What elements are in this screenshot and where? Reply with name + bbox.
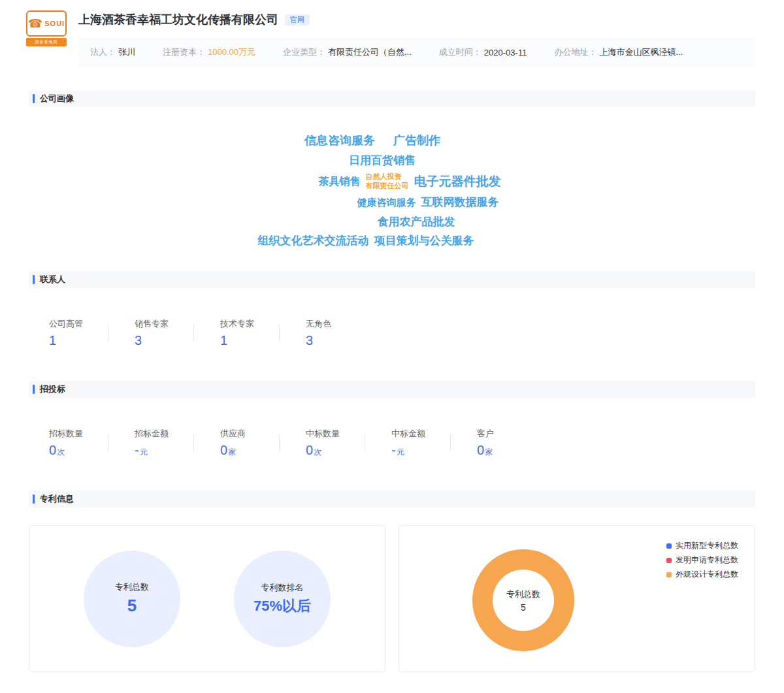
patent-donut-chart: 专利总数 5 [472, 549, 574, 651]
stat-value: 1 [220, 333, 279, 347]
cloud-word: 电子元器件批发 [414, 174, 501, 189]
stat-unit: 次 [314, 447, 321, 457]
stat-value: 3 [306, 333, 365, 347]
stat-value: 0次 [49, 443, 108, 457]
title-row: 上海酒茶香幸福工坊文化传播有限公司 官网 [78, 10, 755, 29]
legend-bullet [666, 543, 672, 549]
cloud-word: 自然人投资 [366, 172, 409, 182]
legend-label: 外观设计专利总数 [676, 569, 738, 580]
info-value: 2020-03-11 [484, 48, 527, 57]
stat-label: 技术专家 [220, 318, 279, 330]
stat-number: 0 [220, 443, 227, 457]
stat-value: -元 [135, 443, 193, 457]
stat-value: 0家 [220, 443, 279, 457]
legend-label: 实用新型专利总数 [676, 540, 738, 551]
logo-text: SOUI [44, 20, 65, 27]
info-item-company-type: 企业类型： 有限责任公司（自然... [283, 46, 412, 58]
cloud-line: 组织文化艺术交流活动 项目策划与公关服务 [0, 234, 758, 248]
patent-total-circle: 专利总数 5 [84, 551, 180, 647]
cloud-line: 茶具销售 自然人投资 有限责任公司 电子元器件批发 [18, 172, 784, 191]
section-accent [33, 385, 35, 394]
stat-divider [108, 325, 108, 342]
header-main: 上海酒茶香幸福工坊文化传播有限公司 官网 法人： 张川 注册资本： 1000.0… [78, 10, 755, 67]
stat-item-suppliers: 供应商 0家 [220, 428, 279, 457]
stat-item-customers: 客户 0家 [477, 428, 536, 457]
cloud-word: 互联网数据服务 [421, 195, 499, 209]
circle-label: 专利数排名 [261, 582, 304, 594]
info-label: 法人： [90, 46, 116, 58]
stat-number: 0 [306, 443, 313, 457]
section-contacts: 联系人 [29, 271, 755, 288]
info-item-office-address: 办公地址： 上海市金山区枫泾镇... [554, 46, 683, 58]
company-name: 上海酒茶香幸福工坊文化传播有限公司 [78, 12, 278, 27]
info-value: 有限责任公司（自然... [328, 46, 412, 58]
info-label: 成立时间： [439, 46, 482, 58]
info-item-registered-capital: 注册资本： 1000.00万元 [163, 46, 255, 58]
legend-item-invention[interactable]: 发明申请专利总数 [666, 555, 738, 566]
company-info-bar: 法人： 张川 注册资本： 1000.00万元 企业类型： 有限责任公司（自然..… [78, 38, 755, 67]
circle-value: 75%以后 [253, 596, 311, 616]
stat-unit: 次 [57, 447, 65, 457]
stat-divider [193, 434, 194, 451]
info-value: 上海市金山区枫泾镇... [599, 46, 683, 58]
stat-label: 客户 [477, 428, 536, 440]
stat-divider [450, 434, 451, 451]
cloud-word: 健康咨询服务 [357, 197, 416, 209]
cloud-line: 食用农产品批发 [24, 215, 784, 229]
stat-divider [365, 434, 365, 451]
legend-bullet [666, 558, 672, 563]
patent-legend: 实用新型专利总数 发明申请专利总数 外观设计专利总数 [666, 540, 738, 580]
info-value: 1000.00万元 [208, 46, 255, 58]
phone-icon: ☎ [28, 18, 42, 29]
info-label: 办公地址： [554, 46, 596, 58]
info-item-legal-person: 法人： 张川 [90, 46, 135, 58]
cloud-line: 日用百货销售 [0, 153, 774, 167]
section-title: 联系人 [40, 274, 65, 285]
stat-item-tender-count: 招标数量 0次 [49, 428, 108, 457]
stat-item-won-count: 中标数量 0次 [306, 428, 365, 457]
section-company-portrait: 公司画像 [29, 90, 755, 107]
cloud-word-orange: 自然人投资 有限责任公司 [366, 172, 409, 191]
donut-center-label: 专利总数 [506, 588, 540, 600]
legend-label: 发明申请专利总数 [676, 555, 738, 566]
cloud-word: 日用百货销售 [349, 153, 416, 167]
logo-banner: 酒茶香电商 [26, 38, 67, 46]
section-patents: 专利信息 [29, 491, 755, 508]
section-accent [33, 275, 35, 284]
stat-unit: 元 [397, 447, 404, 457]
cloud-word: 广告制作 [393, 133, 440, 148]
stat-label: 招标数量 [49, 428, 108, 440]
donut-center-value: 5 [521, 602, 526, 613]
cloud-word: 食用农产品批发 [378, 215, 455, 229]
stat-label: 中标数量 [306, 428, 365, 440]
cloud-line: 信息咨询服务 广告制作 [0, 133, 764, 148]
stat-divider [279, 434, 280, 451]
donut-center: 专利总数 5 [493, 570, 554, 631]
company-header: ☎ SOUI 酒茶香电商 上海酒茶香幸福工坊文化传播有限公司 官网 法人： 张川… [0, 0, 784, 67]
section-title: 专利信息 [40, 493, 74, 505]
section-bidding: 招投标 [29, 381, 755, 398]
official-site-badge[interactable]: 官网 [285, 14, 310, 25]
info-label: 注册资本： [163, 46, 205, 58]
stat-value: -元 [391, 443, 450, 457]
patent-cards: 专利总数 5 专利数排名 75%以后 专利总数 5 实用新型专利总数 [29, 525, 755, 672]
stat-number: - [391, 443, 396, 457]
stat-label: 中标金额 [391, 428, 450, 440]
stat-label: 公司高管 [49, 318, 108, 330]
cloud-line: 健康咨询服务 互联网数据服务 [36, 195, 784, 209]
stat-divider [193, 325, 194, 342]
stat-label: 供应商 [220, 428, 279, 440]
stat-item-won-amount: 中标金额 -元 [391, 428, 450, 457]
stat-number: 0 [477, 443, 484, 457]
contacts-stats: 公司高管 1 销售专家 3 技术专家 1 无角色 3 [29, 318, 755, 347]
page: ☎ SOUI 酒茶香电商 上海酒茶香幸福工坊文化传播有限公司 官网 法人： 张川… [0, 0, 784, 693]
section-title: 招投标 [40, 383, 65, 395]
stat-item-tender-amount: 招标金额 -元 [135, 428, 193, 457]
section-title: 公司画像 [40, 93, 74, 105]
cloud-word: 信息咨询服务 [304, 133, 375, 148]
info-value: 张川 [118, 46, 135, 58]
stat-unit: 家 [485, 447, 493, 457]
legend-item-design[interactable]: 外观设计专利总数 [666, 569, 738, 580]
legend-item-utility-model[interactable]: 实用新型专利总数 [666, 540, 738, 551]
stat-value: 1 [49, 333, 108, 347]
